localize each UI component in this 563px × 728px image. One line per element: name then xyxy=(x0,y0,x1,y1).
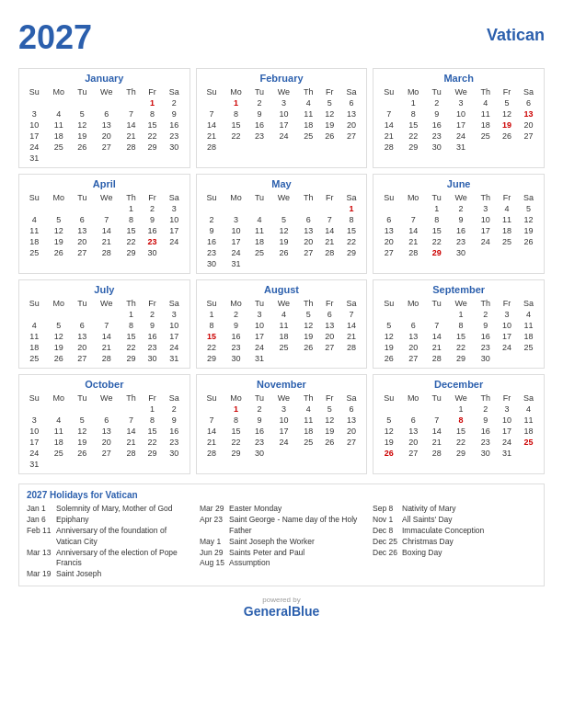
calendar-day: 31 xyxy=(249,353,270,364)
calendar-day xyxy=(23,203,46,214)
holiday-name: Boxing Day xyxy=(402,548,442,559)
day-header: Sa xyxy=(340,392,363,404)
calendar-day: 14 xyxy=(377,119,400,131)
calendar-day: 20 xyxy=(93,131,121,142)
calendar-day: 10 xyxy=(249,320,270,331)
day-header: We xyxy=(447,392,475,404)
day-header: Fr xyxy=(142,392,163,404)
calendar-day: 21 xyxy=(400,236,426,247)
calendar-day: 15 xyxy=(223,119,248,131)
day-header: Mo xyxy=(400,192,426,203)
calendar-day xyxy=(319,142,340,153)
calendar-day: 25 xyxy=(46,142,72,153)
day-header: We xyxy=(93,298,121,309)
calendar-day: 2 xyxy=(249,404,270,415)
calendar-day: 7 xyxy=(93,214,121,225)
calendar-day: 16 xyxy=(163,426,186,437)
holiday-item: Jun 29Saints Peter and Paul xyxy=(200,548,363,559)
holiday-date: Jun 29 xyxy=(200,548,225,559)
calendar-day: 23 xyxy=(426,131,447,142)
calendar-day: 21 xyxy=(93,236,121,247)
calendar-day: 17 xyxy=(447,119,475,131)
holiday-item: Apr 23Saint George - Name day of the Hol… xyxy=(200,515,363,537)
holiday-date: Nov 1 xyxy=(373,515,398,526)
calendar-day: 3 xyxy=(270,404,297,415)
calendar-day: 6 xyxy=(93,415,121,426)
calendar-day: 29 xyxy=(201,353,224,364)
calendar-day: 19 xyxy=(377,342,400,353)
calendar-day: 10 xyxy=(223,225,248,236)
calendar-day: 21 xyxy=(319,236,340,247)
day-header: Mo xyxy=(46,192,72,203)
calendar-day: 11 xyxy=(23,225,46,236)
calendar-day xyxy=(93,203,121,214)
holiday-item: Mar 29Easter Monday xyxy=(200,504,363,515)
calendar-day: 29 xyxy=(447,353,475,364)
calendar-day: 25 xyxy=(23,353,46,364)
calendar-day: 12 xyxy=(270,225,297,236)
calendar-day: 2 xyxy=(163,404,186,415)
calendar-day: 13 xyxy=(297,225,319,236)
calendar-day: 24 xyxy=(447,131,475,142)
calendar-day: 1 xyxy=(142,97,163,108)
calendar-day: 9 xyxy=(201,225,224,236)
holiday-column: Sep 8Nativity of MaryNov 1All Saints' Da… xyxy=(373,504,536,580)
calendar-day: 12 xyxy=(319,415,340,426)
calendar-day: 9 xyxy=(223,320,248,331)
calendar-day xyxy=(297,448,319,459)
calendar-day: 18 xyxy=(297,426,319,437)
calendar-day: 30 xyxy=(475,448,497,459)
calendar-day: 12 xyxy=(377,426,400,437)
calendar-day xyxy=(270,258,297,269)
calendar-day xyxy=(46,203,72,214)
holiday-name: Saint Joseph xyxy=(56,569,101,580)
holiday-item: Nov 1All Saints' Day xyxy=(373,515,536,526)
calendar-day: 30 xyxy=(163,142,186,153)
calendar-day: 18 xyxy=(475,119,497,131)
day-header: Su xyxy=(201,86,224,97)
calendar-day: 16 xyxy=(142,331,163,342)
holiday-item: Jan 6Epiphany xyxy=(27,515,190,526)
calendar-day xyxy=(163,247,186,258)
day-header: Fr xyxy=(142,86,163,97)
calendar-day: 9 xyxy=(447,214,475,225)
month-title: October xyxy=(23,379,186,390)
calendar-day: 10 xyxy=(497,415,518,426)
calendar-day: 13 xyxy=(93,119,121,131)
holiday-item: May 1Saint Joseph the Worker xyxy=(200,537,363,548)
calendar-day: 4 xyxy=(517,309,540,320)
calendar-day: 21 xyxy=(377,131,400,142)
calendar-day: 25 xyxy=(46,448,72,459)
day-header: We xyxy=(270,298,297,309)
calendar-day xyxy=(400,404,426,415)
calendar-day xyxy=(400,203,426,214)
calendar-day: 22 xyxy=(142,437,163,448)
calendar-day xyxy=(297,142,319,153)
calendar-day: 26 xyxy=(270,247,297,258)
month-title: July xyxy=(23,284,186,295)
calendar-day: 3 xyxy=(447,97,475,108)
calendar-day: 5 xyxy=(270,214,297,225)
calendar-day: 19 xyxy=(319,426,340,437)
calendar-day xyxy=(93,404,121,415)
day-header: Th xyxy=(297,298,319,309)
calendar-day: 3 xyxy=(223,214,248,225)
month-box-may: MaySuMoTuWeThFrSa12345678910111213141516… xyxy=(196,174,368,274)
holiday-name: Immaculate Conception xyxy=(402,526,484,537)
day-header: Fr xyxy=(142,298,163,309)
calendar-day: 14 xyxy=(340,320,363,331)
month-box-june: JuneSuMoTuWeThFrSa1234567891011121314151… xyxy=(373,174,545,274)
calendar-day: 3 xyxy=(270,97,297,108)
calendar-day: 6 xyxy=(517,97,540,108)
calendar-day: 8 xyxy=(142,108,163,119)
calendar-day: 7 xyxy=(426,415,447,426)
calendar-day: 27 xyxy=(340,437,363,448)
holiday-date: Jan 6 xyxy=(27,515,52,526)
calendar-day: 29 xyxy=(223,448,248,459)
calendar-day: 28 xyxy=(377,142,400,153)
calendar-day: 15 xyxy=(426,225,447,236)
calendar-day: 25 xyxy=(270,342,297,353)
calendar-day: 9 xyxy=(426,108,447,119)
calendar-day: 11 xyxy=(517,415,540,426)
calendar-day: 17 xyxy=(23,131,46,142)
